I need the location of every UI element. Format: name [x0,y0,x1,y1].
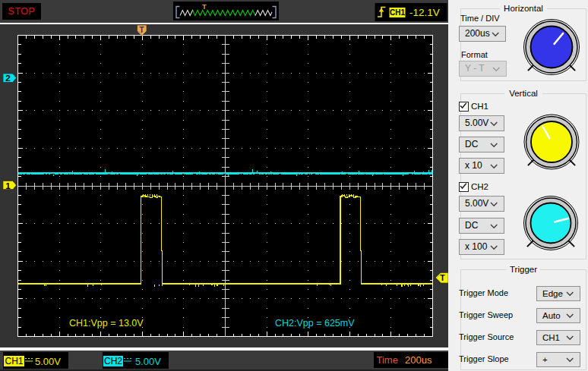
svg-text:T: T [202,2,207,11]
svg-text:1: 1 [5,181,11,190]
svg-text:-12.1V: -12.1V [409,7,440,18]
svg-text:2: 2 [5,74,10,83]
svg-text:T: T [139,26,144,34]
svg-text:T: T [440,273,445,282]
svg-text:CH1: CH1 [390,8,405,17]
svg-text:CH1:Vpp = 13.0V: CH1:Vpp = 13.0V [69,318,144,329]
svg-text:CH2:Vpp = 625mV: CH2:Vpp = 625mV [275,318,355,329]
